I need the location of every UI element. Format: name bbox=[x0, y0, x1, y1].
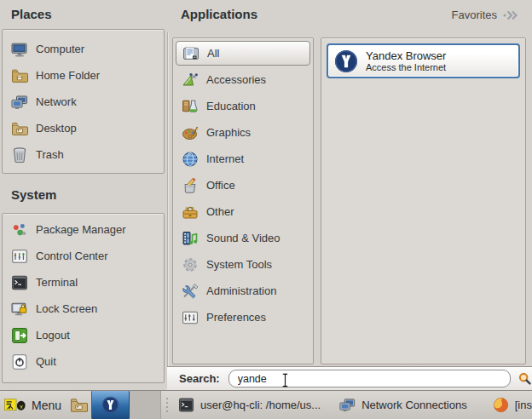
desktop-folder-icon bbox=[70, 396, 88, 414]
place-item-label: Trash bbox=[36, 148, 64, 161]
yandex-icon bbox=[334, 49, 358, 73]
category-sound-video[interactable]: Sound & Video bbox=[173, 225, 313, 251]
search-input[interactable] bbox=[228, 370, 511, 387]
place-item-label: Network bbox=[36, 95, 77, 108]
app-card-text: Yandex BrowserAccess the Internet bbox=[366, 49, 446, 73]
panel-divider bbox=[167, 32, 168, 385]
applications-results-panel: Yandex BrowserAccess the Internet bbox=[321, 37, 526, 364]
system-item-control-center[interactable]: Control Center bbox=[3, 243, 164, 269]
logout-icon bbox=[11, 327, 28, 344]
category-preferences[interactable]: Preferences bbox=[173, 304, 313, 330]
window-list-spacer bbox=[130, 391, 161, 419]
place-item-trash[interactable]: Trash bbox=[3, 141, 164, 168]
search-label: Search: bbox=[179, 372, 220, 385]
system-item-quit[interactable]: Quit bbox=[3, 348, 164, 375]
category-label: Office bbox=[206, 179, 235, 192]
graphics-icon bbox=[182, 124, 199, 141]
taskbar-window-network-connections[interactable]: Network Connections bbox=[334, 397, 472, 413]
taskbar-window-label: [install yandex b bbox=[515, 399, 532, 411]
places-header: Places bbox=[11, 7, 52, 21]
category-label: Accessories bbox=[206, 73, 266, 86]
system-item-label: Logout bbox=[36, 329, 70, 342]
search-bar: Search: bbox=[167, 366, 532, 390]
system-item-label: Control Center bbox=[36, 250, 108, 262]
file-manager-launcher[interactable] bbox=[68, 395, 89, 416]
taskbar-menu-button[interactable]: Menu bbox=[0, 391, 66, 419]
favorites-label: Favorites bbox=[452, 9, 497, 21]
network-places-icon bbox=[339, 397, 356, 413]
app-yandex-browser[interactable]: Yandex BrowserAccess the Internet bbox=[327, 43, 520, 78]
system-item-label: Terminal bbox=[36, 276, 78, 289]
category-graphics[interactable]: Graphics bbox=[173, 119, 313, 146]
home-folder-icon bbox=[11, 67, 28, 84]
place-item-desktop[interactable]: Desktop bbox=[3, 115, 164, 141]
category-office[interactable]: Office bbox=[173, 172, 313, 198]
system-item-package-manager[interactable]: Package Manager bbox=[3, 216, 164, 243]
system-item-terminal[interactable]: Terminal bbox=[3, 269, 164, 296]
category-system-tools[interactable]: System Tools bbox=[173, 251, 313, 278]
yandex-browser-task-button[interactable] bbox=[91, 391, 130, 419]
app-subtitle: Access the Internet bbox=[366, 62, 446, 73]
place-item-computer[interactable]: Computer bbox=[3, 36, 164, 62]
category-administration[interactable]: Administration bbox=[173, 278, 313, 304]
place-item-home-folder[interactable]: Home Folder bbox=[3, 62, 164, 89]
education-icon bbox=[182, 98, 199, 115]
category-label: System Tools bbox=[206, 258, 272, 271]
system-item-label: Package Manager bbox=[36, 223, 126, 236]
category-all[interactable]: All bbox=[176, 41, 310, 66]
taskbar-window-label: Network Connections bbox=[361, 399, 467, 411]
place-item-network[interactable]: Network bbox=[3, 89, 164, 115]
category-education[interactable]: Education bbox=[173, 93, 313, 119]
alt-distro-icon bbox=[4, 396, 27, 414]
category-other[interactable]: Other bbox=[173, 198, 313, 225]
system-item-label: Lock Screen bbox=[36, 302, 97, 315]
internet-globe-icon bbox=[182, 151, 199, 168]
place-item-label: Computer bbox=[36, 43, 84, 55]
places-panel: ComputerHome FolderNetworkDesktopTrash bbox=[2, 29, 165, 174]
category-accessories[interactable]: Accessories bbox=[173, 66, 313, 93]
office-icon bbox=[182, 177, 199, 194]
favorites-arrow-icon bbox=[502, 9, 521, 21]
lock-screen-icon bbox=[11, 301, 28, 318]
trash-icon bbox=[11, 146, 28, 164]
search-icon bbox=[518, 371, 532, 386]
app-title: Yandex Browser bbox=[366, 49, 446, 62]
window-list-grip[interactable] bbox=[166, 391, 168, 419]
taskbar-window-user-hq-cli-home-us[interactable]: user@hq-cli: /home/us... bbox=[173, 397, 326, 413]
quit-icon bbox=[11, 353, 28, 370]
desktop-folder-icon bbox=[11, 120, 28, 137]
favorites-button[interactable]: Favorites bbox=[422, 9, 521, 21]
category-label: Other bbox=[206, 205, 234, 218]
place-item-label: Desktop bbox=[36, 122, 77, 135]
application-menu: Places ComputerHome FolderNetworkDesktop… bbox=[0, 0, 532, 390]
system-item-lock-screen[interactable]: Lock Screen bbox=[3, 296, 164, 322]
accessories-icon bbox=[182, 72, 199, 89]
firefox-icon bbox=[493, 397, 509, 413]
control-center-icon bbox=[11, 248, 28, 265]
taskbar-window-install-yandex-b[interactable]: [install yandex b bbox=[488, 397, 532, 413]
taskbar-window-label: user@hq-cli: /home/us... bbox=[200, 399, 321, 411]
menu-button-label: Menu bbox=[32, 399, 61, 412]
terminal-icon bbox=[11, 274, 28, 291]
system-header: System bbox=[11, 187, 56, 202]
yandex-icon bbox=[101, 396, 119, 414]
system-item-label: Quit bbox=[36, 355, 56, 368]
category-label: Graphics bbox=[206, 126, 251, 139]
system-panel: Package ManagerControl CenterTerminalLoc… bbox=[2, 213, 165, 383]
place-item-label: Home Folder bbox=[36, 69, 100, 82]
system-tools-icon bbox=[182, 256, 199, 273]
sound-video-icon bbox=[182, 230, 199, 247]
taskbar-window-list: user@hq-cli: /home/us...Network Connecti… bbox=[173, 391, 532, 419]
preferences-icon bbox=[182, 309, 199, 326]
system-item-logout[interactable]: Logout bbox=[3, 322, 164, 348]
taskbar: Menu user@hq-cli: /home/us...Network Con… bbox=[0, 390, 532, 419]
taskbar-launchers bbox=[66, 391, 130, 419]
terminal-icon bbox=[178, 397, 194, 413]
category-label: Preferences bbox=[206, 311, 266, 324]
category-label: All bbox=[207, 47, 219, 60]
administration-icon bbox=[182, 283, 199, 300]
applications-header: Applications bbox=[181, 7, 257, 21]
category-internet[interactable]: Internet bbox=[173, 146, 313, 172]
package-manager-icon bbox=[11, 221, 28, 238]
categories-panel: AllAccessoriesEducationGraphicsInternetO… bbox=[172, 37, 314, 364]
